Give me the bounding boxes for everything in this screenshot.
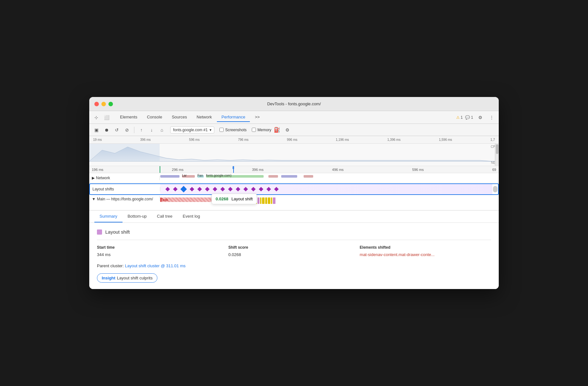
settings-icon[interactable]: ⚙ [476, 113, 485, 122]
collapse-main-icon[interactable]: ▼ [92, 197, 96, 201]
tab-event-log[interactable]: Event log [178, 211, 205, 222]
diamond-9[interactable] [236, 187, 240, 191]
svg-rect-7 [281, 175, 297, 178]
diamond-selected[interactable] [180, 186, 187, 192]
diamond-14[interactable] [274, 187, 279, 191]
warning-badge[interactable]: ⚠ 1 [456, 115, 463, 120]
tab-console[interactable]: Console [142, 113, 167, 122]
top-ruler: 19 ms 396 ms 596 ms 796 ms 996 ms 1,196 … [89, 136, 499, 144]
main-track-content: Task FCP LCP [160, 196, 499, 210]
maximize-button[interactable] [108, 102, 113, 106]
main-label: Main — https://fonts.google.com/ [97, 197, 153, 201]
diamond-3[interactable] [190, 187, 194, 191]
parent-cluster-link[interactable]: Layout shift cluster @ 311.01 ms [125, 263, 186, 268]
tab-network[interactable]: Network [192, 113, 217, 122]
main-track[interactable]: ▼ Main — https://fonts.google.com/ Task … [89, 196, 499, 210]
svg-rect-18 [258, 197, 259, 204]
scrollbar-thumb[interactable] [496, 144, 498, 154]
net-item-lar: Lar [182, 174, 187, 177]
minimap[interactable]: CPU NET [89, 144, 499, 166]
chat-count: 1 [471, 115, 473, 120]
close-button[interactable] [94, 102, 99, 106]
mark2-396ms: 396 ms [252, 168, 264, 172]
timeline-area: 19 ms 396 ms 596 ms 796 ms 996 ms 1,196 … [89, 136, 499, 210]
tab-bottom-up[interactable]: Bottom-up [123, 211, 152, 222]
mark-17: 1,7 [490, 138, 495, 141]
more-icon[interactable]: ⋮ [487, 113, 496, 122]
tab-performance[interactable]: Performance [217, 113, 250, 122]
diamond-10[interactable] [243, 187, 248, 191]
tab-call-tree[interactable]: Call tree [152, 211, 178, 222]
minimize-button[interactable] [101, 102, 106, 106]
insight-button[interactable]: Insight Layout shift culprits [97, 273, 157, 283]
panel-tabs: Summary Bottom-up Call tree Event log [89, 211, 499, 223]
svg-rect-6 [268, 175, 278, 178]
perf-settings-icon[interactable]: ⚙ [283, 125, 292, 134]
diamond-13[interactable] [266, 187, 271, 191]
mark-396ms: 396 ms [140, 138, 151, 141]
network-track-content: Lar Fan fonts.google.com) [160, 173, 499, 182]
tab-sources[interactable]: Sources [167, 113, 192, 122]
diamond-5[interactable] [205, 187, 210, 191]
sidebar-toggle[interactable]: ▣ [92, 125, 101, 134]
layout-shifts-track[interactable]: Layout shifts [89, 183, 499, 195]
tab-bar: ⊹ ⬜ Elements Console Sources Network Per… [89, 111, 499, 124]
diamond-2[interactable] [173, 187, 178, 191]
devtools-window: DevTools - fonts.google.com/ ⊹ ⬜ Element… [89, 97, 499, 289]
device-mode-icon[interactable]: ⬜ [102, 113, 111, 122]
pause-icon: ⏸ [231, 165, 235, 170]
diamond-4[interactable] [197, 187, 202, 191]
col-elements-shifted: Elements shifted [360, 244, 491, 251]
diamond-6[interactable] [213, 187, 217, 191]
capture-screenshot-icon[interactable]: ⛽ [273, 125, 282, 134]
svg-rect-2 [160, 175, 179, 178]
download-icon[interactable]: ↓ [147, 125, 156, 134]
ruler-marks: 19 ms 396 ms 596 ms 796 ms 996 ms 1,196 … [92, 138, 496, 141]
home-icon[interactable]: ⌂ [157, 125, 166, 134]
chat-badge[interactable]: 💬 1 [465, 115, 473, 120]
separator [134, 127, 134, 133]
mark2-196ms: 196 ms [92, 168, 103, 172]
track-scrollbar[interactable] [493, 186, 497, 192]
bottom-ruler: 196 ms 296 ms 396 ms 496 ms 596 ms 69 ⏸ [89, 166, 499, 173]
panel-content: Layout shift Start time Shift score Elem… [89, 223, 499, 289]
mark-1196ms: 1,196 ms [336, 138, 349, 141]
network-track[interactable]: ▶ Network Lar Fan fonts.google.com) [89, 173, 499, 183]
summary-divider [97, 240, 491, 240]
mark2-296ms: 296 ms [172, 168, 183, 172]
reload-button[interactable]: ↺ [112, 125, 121, 134]
cell-start-time: 344 ms [97, 251, 228, 258]
tab-summary[interactable]: Summary [94, 211, 123, 222]
svg-rect-22 [268, 197, 270, 204]
window-title: DevTools - fonts.google.com/ [267, 101, 321, 106]
record-button[interactable]: ⏺ [102, 125, 111, 134]
diamond-12[interactable] [259, 187, 263, 191]
memory-checkbox[interactable] [252, 128, 256, 132]
svg-rect-20 [262, 197, 265, 204]
diamond-8[interactable] [228, 187, 233, 191]
chevron-down-icon: ▾ [210, 128, 211, 132]
screenshots-checkbox[interactable] [219, 128, 224, 132]
clear-button[interactable]: ⊘ [123, 125, 131, 134]
collapse-icon[interactable]: ▶ [92, 176, 95, 180]
svg-rect-8 [304, 175, 313, 178]
mark-1596ms: 1,596 ms [439, 138, 452, 141]
mark-796ms: 796 ms [238, 138, 249, 141]
layout-shifts-label: Layout shifts [90, 187, 160, 191]
mark2-596ms: 596 ms [412, 168, 424, 172]
cell-elements-shifted[interactable]: mat-sidenav-content.mat-drawer-conte... [360, 251, 491, 258]
diamond-11[interactable] [251, 187, 256, 191]
tab-elements[interactable]: Elements [115, 113, 142, 122]
minimap-scrollbar[interactable] [495, 144, 499, 166]
inspector-icon[interactable]: ⊹ [92, 113, 101, 122]
table-row: 344 ms 0.0268 mat-sidenav-content.mat-dr… [97, 251, 491, 258]
diamond-1[interactable] [165, 187, 170, 191]
url-selector[interactable]: fonts.google.com #1 ▾ [170, 126, 214, 133]
diamond-7[interactable] [220, 187, 225, 191]
mark-19ms: 19 ms [93, 138, 102, 141]
tab-more[interactable]: >> [250, 113, 264, 122]
net-item-fan: Fan [197, 174, 203, 177]
upload-icon[interactable]: ↑ [137, 125, 146, 134]
network-label: Network [96, 176, 110, 180]
cell-shift-score: 0.0268 [228, 251, 360, 258]
